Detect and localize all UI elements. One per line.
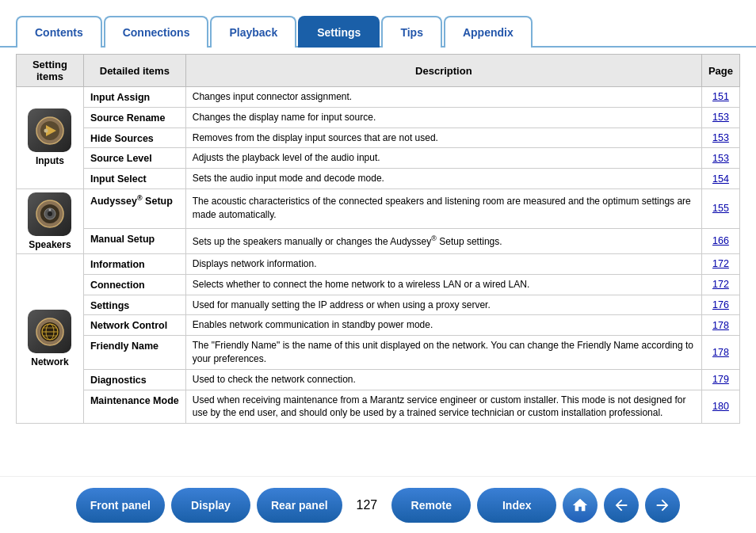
settings-table: Setting items Detailed items Description… bbox=[16, 54, 740, 424]
tab-contents[interactable]: Contents bbox=[16, 16, 102, 48]
manual-setup-desc: Sets up the speakers manually or changes… bbox=[185, 228, 701, 253]
svg-point-3 bbox=[44, 128, 48, 132]
back-button[interactable] bbox=[604, 488, 639, 523]
friendly-name-page[interactable]: 178 bbox=[701, 336, 739, 370]
index-button[interactable]: Index bbox=[477, 488, 556, 523]
bottom-navigation: Front panel Display Rear panel 127 Remot… bbox=[0, 476, 756, 533]
maintenance-mode-page[interactable]: 180 bbox=[701, 390, 739, 424]
maintenance-mode-label: Maintenance Mode bbox=[83, 390, 185, 424]
friendly-name-label: Friendly Name bbox=[83, 336, 185, 370]
connection-desc: Selects whether to connect the home netw… bbox=[185, 274, 701, 295]
table-row: Inputs Input Assign Changes input connec… bbox=[17, 87, 740, 108]
table-row: Manual Setup Sets up the speakers manual… bbox=[17, 228, 740, 253]
audyssey-setup-label: Audyssey® Setup bbox=[83, 188, 185, 228]
speakers-icon bbox=[28, 192, 71, 236]
diagnostics-label: Diagnostics bbox=[83, 369, 185, 390]
display-button[interactable]: Display bbox=[171, 488, 250, 523]
manual-setup-label: Manual Setup bbox=[83, 228, 185, 253]
input-assign-label: Input Assign bbox=[83, 87, 185, 108]
hide-sources-desc: Removes from the display input sources t… bbox=[185, 128, 701, 148]
input-assign-desc: Changes input connector assignment. bbox=[185, 87, 701, 108]
table-row: Hide Sources Removes from the display in… bbox=[17, 128, 740, 148]
table-row: Settings Used for manually setting the I… bbox=[17, 295, 740, 315]
settings-label: Settings bbox=[83, 295, 185, 315]
remote-button[interactable]: Remote bbox=[391, 488, 471, 523]
maintenance-mode-desc: Used when receiving maintenance from a M… bbox=[185, 390, 701, 424]
input-select-desc: Sets the audio input mode and decode mod… bbox=[185, 169, 701, 189]
source-level-desc: Adjusts the playback level of the audio … bbox=[185, 148, 701, 169]
home-icon bbox=[571, 497, 589, 514]
speakers-label: Speakers bbox=[23, 239, 77, 250]
source-level-page[interactable]: 153 bbox=[701, 148, 739, 169]
information-label: Information bbox=[83, 253, 185, 274]
table-row: Network Control Enables network communic… bbox=[17, 315, 740, 336]
friendly-name-desc: The "Friendly Name" is the name of this … bbox=[185, 336, 701, 370]
inputs-icon-cell: Inputs bbox=[17, 87, 84, 189]
table-row: Network Information Displays network inf… bbox=[17, 253, 740, 274]
table-row: Speakers Audyssey® Setup The acoustic ch… bbox=[17, 188, 740, 228]
tab-appendix[interactable]: Appendix bbox=[444, 16, 533, 48]
hide-sources-label: Hide Sources bbox=[83, 128, 185, 148]
information-page[interactable]: 172 bbox=[701, 253, 739, 274]
home-button[interactable] bbox=[563, 488, 598, 523]
table-row: Maintenance Mode Used when receiving mai… bbox=[17, 390, 740, 424]
table-row: Diagnostics Used to check the network co… bbox=[17, 369, 740, 390]
inputs-label: Inputs bbox=[23, 155, 77, 166]
hide-sources-page[interactable]: 153 bbox=[701, 128, 739, 148]
table-row: Source Level Adjusts the playback level … bbox=[17, 148, 740, 169]
svg-point-8 bbox=[48, 209, 51, 211]
forward-arrow-icon bbox=[654, 497, 671, 514]
information-desc: Displays network information. bbox=[185, 253, 701, 274]
audyssey-setup-page[interactable]: 155 bbox=[701, 188, 739, 228]
connection-label: Connection bbox=[83, 274, 185, 295]
input-select-label: Input Select bbox=[83, 169, 185, 189]
network-control-label: Network Control bbox=[83, 315, 185, 336]
network-icon-cell: Network bbox=[17, 253, 84, 423]
table-row: Input Select Sets the audio input mode a… bbox=[17, 169, 740, 189]
network-label: Network bbox=[23, 356, 77, 367]
forward-button[interactable] bbox=[645, 488, 680, 523]
input-select-page[interactable]: 154 bbox=[701, 169, 739, 189]
rear-panel-button[interactable]: Rear panel bbox=[257, 488, 342, 523]
diagnostics-page[interactable]: 179 bbox=[701, 369, 739, 390]
connection-page[interactable]: 172 bbox=[701, 274, 739, 295]
manual-setup-page[interactable]: 166 bbox=[701, 228, 739, 253]
main-content: Setting items Detailed items Description… bbox=[0, 46, 756, 432]
tab-connections[interactable]: Connections bbox=[104, 16, 209, 48]
network-icon bbox=[28, 310, 71, 353]
settings-desc: Used for manually setting the IP address… bbox=[185, 295, 701, 315]
settings-page[interactable]: 176 bbox=[701, 295, 739, 315]
network-control-page[interactable]: 178 bbox=[701, 315, 739, 336]
table-row: Source Rename Changes the display name f… bbox=[17, 107, 740, 128]
table-row: Friendly Name The "Friendly Name" is the… bbox=[17, 336, 740, 370]
source-rename-label: Source Rename bbox=[83, 107, 185, 128]
page-number: 127 bbox=[357, 498, 378, 512]
source-rename-page[interactable]: 153 bbox=[701, 107, 739, 128]
svg-point-7 bbox=[48, 211, 52, 216]
col-header-setting: Setting items bbox=[17, 55, 84, 87]
col-header-description: Description bbox=[185, 55, 701, 87]
col-header-page: Page bbox=[701, 55, 739, 87]
source-rename-desc: Changes the display name for input sourc… bbox=[185, 107, 701, 128]
top-navigation: Contents Connections Playback Settings T… bbox=[0, 0, 756, 46]
col-header-detail: Detailed items bbox=[83, 55, 185, 87]
audyssey-setup-desc: The acoustic characteristics of the conn… bbox=[185, 188, 701, 228]
front-panel-button[interactable]: Front panel bbox=[76, 488, 165, 523]
network-control-desc: Enables network communication in standby… bbox=[185, 315, 701, 336]
table-row: Connection Selects whether to connect th… bbox=[17, 274, 740, 295]
inputs-icon bbox=[28, 109, 71, 152]
tab-tips[interactable]: Tips bbox=[381, 16, 442, 48]
input-assign-page[interactable]: 151 bbox=[701, 87, 739, 108]
diagnostics-desc: Used to check the network connection. bbox=[185, 369, 701, 390]
back-arrow-icon bbox=[613, 497, 630, 514]
tab-playback[interactable]: Playback bbox=[210, 16, 296, 48]
source-level-label: Source Level bbox=[83, 148, 185, 169]
speakers-icon-cell: Speakers bbox=[17, 188, 84, 253]
tab-settings[interactable]: Settings bbox=[298, 16, 380, 48]
